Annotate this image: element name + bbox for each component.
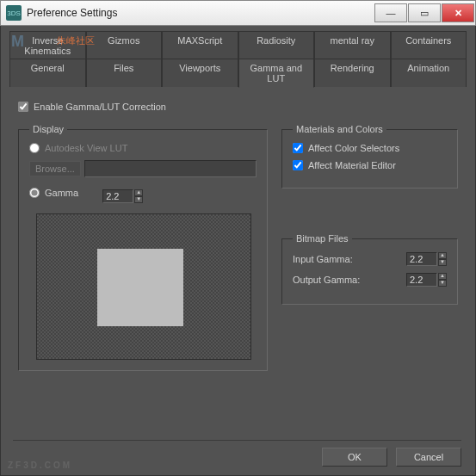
close-button[interactable]: ✕ xyxy=(442,3,474,22)
footer: OK Cancel xyxy=(13,440,461,467)
autodesk-lut-input[interactable] xyxy=(29,143,40,153)
tab-mental-ray[interactable]: mental ray xyxy=(314,31,391,59)
spin-down-icon[interactable]: ▼ xyxy=(438,280,447,287)
gamma-swatch xyxy=(97,249,183,326)
bitmap-fieldset: Bitmap Files Input Gamma: ▲▼ Output Gamm… xyxy=(281,233,458,305)
affect-material-editor-input[interactable] xyxy=(293,160,303,170)
enable-gamma-checkbox[interactable]: Enable Gamma/LUT Correction xyxy=(18,102,166,112)
tab-gamma-and-lut[interactable]: Gamma and LUT xyxy=(238,59,315,88)
title-bar: 3DS Preference Settings — ▭ ✕ xyxy=(0,0,476,26)
spin-up-icon[interactable]: ▲ xyxy=(438,252,447,259)
spin-down-icon[interactable]: ▼ xyxy=(134,196,143,203)
output-gamma-label: Output Gamma: xyxy=(293,275,360,285)
window-title: Preference Settings xyxy=(27,7,117,19)
spin-up-icon[interactable]: ▲ xyxy=(438,273,447,280)
bitmap-legend: Bitmap Files xyxy=(293,233,352,244)
tab-radiosity[interactable]: Radiosity xyxy=(238,31,315,59)
input-gamma-input[interactable] xyxy=(406,252,437,266)
output-gamma-input[interactable] xyxy=(406,273,437,287)
cancel-button[interactable]: Cancel xyxy=(396,448,461,467)
ok-button[interactable]: OK xyxy=(322,448,387,467)
materials-legend: Materials and Colors xyxy=(293,124,386,134)
tab-containers[interactable]: Containers xyxy=(391,31,467,59)
tab-files[interactable]: Files xyxy=(86,59,163,87)
tab-rendering[interactable]: Rendering xyxy=(314,59,391,87)
display-gamma-spinner[interactable]: ▲▼ xyxy=(102,189,143,203)
app-icon: 3DS xyxy=(6,5,22,21)
enable-gamma-input[interactable] xyxy=(18,102,28,112)
tab-maxscript[interactable]: MAXScript xyxy=(162,31,238,59)
materials-fieldset: Materials and Colors Affect Color Select… xyxy=(281,124,458,189)
minimize-button[interactable]: — xyxy=(374,3,407,22)
affect-material-editor[interactable]: Affect Material Editor xyxy=(293,160,447,170)
watermark-footer: ZF3D.COM xyxy=(8,461,72,470)
affect-color-selectors[interactable]: Affect Color Selectors xyxy=(293,143,447,153)
display-fieldset: Display Autodesk View LUT Browse... Gamm… xyxy=(18,124,268,371)
autodesk-lut-radio[interactable]: Autodesk View LUT xyxy=(29,143,257,153)
gamma-radio-input[interactable] xyxy=(29,188,40,198)
affect-color-selectors-input[interactable] xyxy=(293,143,303,153)
watermark-logo: M xyxy=(11,33,25,51)
affect-material-editor-label: Affect Material Editor xyxy=(308,160,396,170)
maximize-button[interactable]: ▭ xyxy=(408,3,441,22)
display-legend: Display xyxy=(29,124,67,134)
spin-down-icon[interactable]: ▼ xyxy=(438,259,447,266)
tab-animation[interactable]: Animation xyxy=(391,59,467,87)
tab-gizmos[interactable]: Gizmos xyxy=(86,31,163,59)
input-gamma-spinner[interactable]: ▲▼ xyxy=(406,252,447,266)
enable-gamma-label: Enable Gamma/LUT Correction xyxy=(34,102,166,112)
tab-general[interactable]: General xyxy=(9,59,86,87)
gamma-radio[interactable]: Gamma xyxy=(29,188,78,198)
display-gamma-input[interactable] xyxy=(102,189,133,203)
affect-color-selectors-label: Affect Color Selectors xyxy=(308,143,399,153)
input-gamma-label: Input Gamma: xyxy=(293,254,353,264)
spin-up-icon[interactable]: ▲ xyxy=(134,189,143,196)
autodesk-lut-label: Autodesk View LUT xyxy=(45,143,127,153)
tab-viewports[interactable]: Viewports xyxy=(162,59,238,87)
gamma-radio-label: Gamma xyxy=(45,188,78,198)
window-body: M 朱峰社区 ZF3D.COM Inverse KinematicsGizmos… xyxy=(0,26,476,476)
output-gamma-spinner[interactable]: ▲▼ xyxy=(406,273,447,287)
browse-button[interactable]: Browse... xyxy=(29,161,81,176)
watermark-text: 朱峰社区 xyxy=(57,34,95,47)
gamma-preview xyxy=(36,213,251,360)
lut-path-input[interactable] xyxy=(84,160,257,177)
